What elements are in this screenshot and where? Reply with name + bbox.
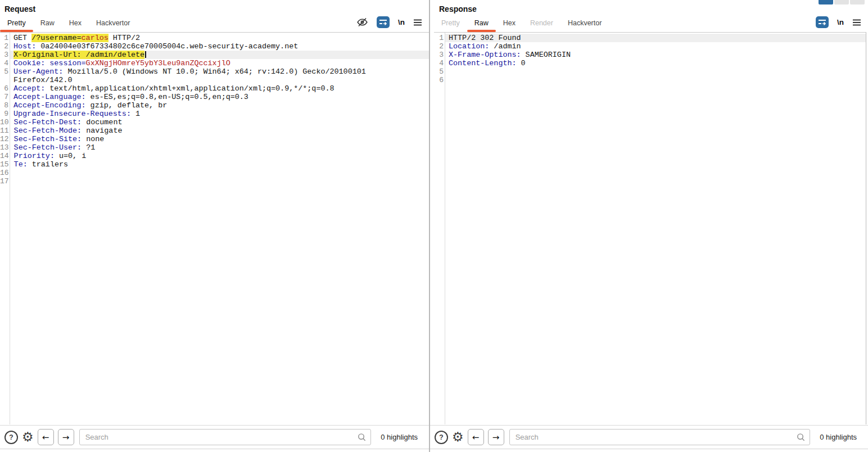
show-newlines-icon[interactable]: \n [837,18,844,26]
editor-line[interactable]: 10Sec-Fetch-Dest: document [0,118,429,126]
request-highlights-count: 0 highlights [375,433,424,441]
line-number: 1 [434,34,445,42]
editor-line[interactable]: 3X-Frame-Options: SAMEORIGIN [434,51,866,59]
pretty-print-icon[interactable] [377,16,390,28]
menu-icon[interactable] [413,19,422,26]
menu-icon[interactable] [852,19,861,26]
editor-line[interactable]: 6 [434,76,866,84]
editor-line[interactable]: 4Content-Length: 0 [434,59,866,67]
line-number: 13 [0,143,11,152]
search-next-button[interactable]: → [58,429,74,445]
search-prev-button[interactable]: ← [38,429,54,445]
line-number: 4 [434,59,445,67]
response-tab-render[interactable]: Render [523,15,560,32]
layout-option-1[interactable] [819,0,833,4]
request-title: Request [4,4,35,13]
request-tab-pretty[interactable]: Pretty [0,15,33,32]
request-tab-raw[interactable]: Raw [33,15,62,32]
response-panel: Response Pretty Raw Hex Render Hackverto… [430,0,868,452]
layout-option-2[interactable] [834,0,849,4]
request-tabs: Pretty Raw Hex Hackvertor [0,15,137,32]
help-icon[interactable]: ? [435,431,448,444]
editor-line[interactable]: 14Priority: u=0, i [0,152,429,160]
response-tabs: Pretty Raw Hex Render Hackvertor [434,15,609,32]
settings-gear-icon[interactable]: ⚙ [452,431,464,444]
editor-line[interactable]: 8Accept-Encoding: gzip, deflate, br [0,101,429,110]
line-number: 8 [0,101,10,110]
line-number: 17 [0,177,11,186]
line-number: 14 [0,152,11,160]
response-editor[interactable]: 1HTTP/2 302 Found2Location: /admin3X-Fra… [434,32,866,424]
response-tab-hackvertor[interactable]: Hackvertor [560,15,609,32]
request-tab-hackvertor[interactable]: Hackvertor [89,15,137,32]
line-number: 4 [0,59,10,67]
editor-line[interactable]: 7Accept-Language: es-ES,es;q=0.8,en-US;q… [0,93,429,101]
request-header: Request Pretty Raw Hex Hackvertor [0,0,429,32]
gutter-separator [10,33,10,424]
editor-line[interactable]: 4Cookie: session=GxXNgjHOmreY5ybY3Leu9an… [0,59,429,67]
line-number: 2 [0,42,10,51]
line-number: 3 [0,51,10,59]
editor-line[interactable]: 15Te: trailers [0,160,429,169]
line-number: 11 [0,126,11,135]
repeater-window: Request Pretty Raw Hex Hackvertor [0,0,868,452]
editor-line[interactable]: 5 [434,67,866,76]
response-tab-raw[interactable]: Raw [467,15,496,32]
request-panel: Request Pretty Raw Hex Hackvertor [0,0,430,452]
line-number: 15 [0,160,11,169]
show-newlines-icon[interactable]: \n [398,18,405,26]
request-tab-hex[interactable]: Hex [62,15,89,32]
settings-gear-icon[interactable]: ⚙ [22,431,34,444]
line-number: 5 [0,67,10,76]
editor-line[interactable]: 5User-Agent: Mozilla/5.0 (Windows NT 10.… [0,67,429,84]
layout-toggle [819,0,865,4]
search-next-button[interactable]: → [488,429,504,445]
editor-line[interactable]: 13Sec-Fetch-User: ?1 [0,143,429,152]
line-number: 6 [434,76,445,84]
editor-line[interactable]: 17 [0,177,429,186]
line-number: 10 [0,118,11,126]
response-tab-pretty[interactable]: Pretty [434,15,467,32]
line-number: 7 [0,93,10,101]
hide-matching-eye-icon[interactable] [356,16,368,28]
request-search-input[interactable] [79,429,372,445]
editor-line[interactable]: 12Sec-Fetch-Site: none [0,135,429,143]
response-highlights-count: 0 highlights [814,433,864,441]
search-icon [357,432,367,444]
line-number: 6 [0,84,10,93]
line-number: 2 [434,42,445,51]
editor-line[interactable]: 16 [0,169,429,177]
editor-line[interactable]: 6Accept: text/html,application/xhtml+xml… [0,84,429,93]
editor-line[interactable]: 11Sec-Fetch-Mode: navigate [0,126,429,135]
response-tab-hex[interactable]: Hex [496,15,523,32]
pretty-print-icon[interactable] [816,16,829,28]
response-title: Response [439,4,477,13]
help-icon[interactable]: ? [4,431,18,444]
request-statusbar: ? ⚙ ← → 0 highlights [0,425,429,449]
response-statusbar: ? ⚙ ← → 0 highlights [430,425,868,449]
editor-line[interactable]: 3X-Original-Url: /admin/delete [0,51,429,59]
line-number: 12 [0,135,11,143]
search-icon [796,432,806,444]
response-search-input[interactable] [509,429,811,445]
line-number: 3 [434,51,445,59]
editor-line[interactable]: 2Location: /admin [434,42,866,51]
line-number: 9 [0,110,10,118]
search-prev-button[interactable]: ← [468,429,484,445]
line-number: 16 [0,169,11,177]
editor-line[interactable]: 2Host: 0a24004e03f67334802c6ce70005004c.… [0,42,429,51]
text-caret [145,51,146,58]
request-editor[interactable]: 1GET /?username=carlos HTTP/22Host: 0a24… [0,32,429,424]
response-header: Response Pretty Raw Hex Render Hackverto… [430,0,868,32]
gutter-separator [445,33,445,424]
editor-line[interactable]: 1GET /?username=carlos HTTP/2 [0,34,429,42]
editor-line[interactable]: 1HTTP/2 302 Found [434,34,866,42]
line-number: 5 [434,67,445,76]
editor-line[interactable]: 9Upgrade-Insecure-Requests: 1 [0,110,429,118]
layout-option-3[interactable] [850,0,865,4]
line-number: 1 [0,34,10,42]
